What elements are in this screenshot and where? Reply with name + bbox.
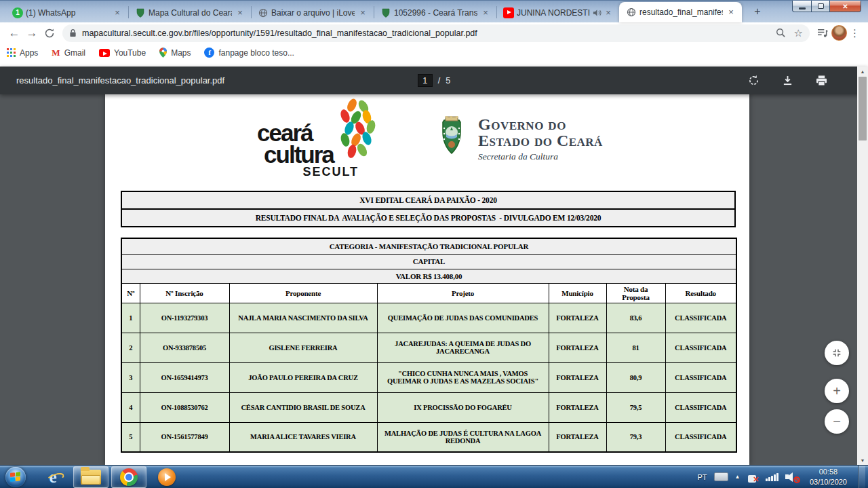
back-button[interactable]: ← [5,24,23,42]
cell-inscricao: ON-1561577849 [140,422,229,452]
cell-municipio: FORTALEZA [549,392,606,422]
maps-pin-icon [159,48,167,58]
hidden-icons-arrow[interactable]: ▲ [735,474,741,480]
print-icon[interactable] [816,75,827,86]
tab-title: resultado_final_manifest [639,7,723,17]
tab-ilovepdf[interactable]: Baixar o arquivo | iLoveP × [251,3,374,22]
fit-page-button[interactable] [825,341,849,365]
tab-whatsapp[interactable]: 1 (1) WhatsApp × [5,3,128,22]
tab-youtube[interactable]: JUNINA NORDESTIN × [496,3,619,22]
bookmark-apps[interactable]: Apps [7,48,38,58]
show-desktop-button[interactable] [858,466,865,488]
folder-icon [81,470,101,485]
page-total: 5 [446,76,450,86]
reload-button[interactable] [41,24,58,42]
tab-resultado-pdf-active[interactable]: resultado_final_manifest × [619,2,742,22]
new-tab-button[interactable]: + [748,5,767,20]
cell-projeto: MALHAÇÃO DE JUDAS É CULTURA NA LAGOA RED… [377,422,549,452]
scrollbar-thumb[interactable] [859,77,867,140]
tab-close-icon[interactable]: × [235,7,245,18]
tab-close-icon[interactable]: × [357,7,368,18]
page-number-input[interactable]: 1 [418,74,433,87]
cell-resultado: CLASSIFICADA [665,422,736,452]
scroll-up-icon[interactable]: ▲ [857,67,868,76]
window-controls: ✕ [792,1,861,12]
tab-close-icon[interactable]: × [112,7,123,18]
media-player-icon [158,468,176,486]
cell-inscricao: ON-1088530762 [140,392,229,422]
taskbar-clock[interactable]: 00:58 03/10/2020 [806,467,851,487]
download-icon[interactable] [783,75,793,86]
column-header: Nº [121,283,140,303]
browser-navbar: ← → mapacultural.secult.ce.gov.br/files/… [0,22,868,43]
zoom-out-button[interactable]: − [825,409,849,434]
bookmark-fanpage[interactable]: f fanpage bloco teso... [204,48,294,58]
results-table: CATEGORIA - MANIFESTAÇÃO TRADICIONAL POP… [121,238,737,453]
vertical-scrollbar[interactable]: ▲ ▼ [857,67,868,465]
value-line: VALOR R$ 13.408,00 [121,269,736,283]
bookmark-maps[interactable]: Maps [159,48,191,58]
clock-time: 00:58 [810,467,847,477]
clock-date: 03/10/2020 [810,477,847,487]
profile-avatar[interactable] [831,25,847,41]
cell-inscricao: ON-1193279303 [140,303,229,333]
cell-nota: 83,6 [606,303,665,333]
remove-hardware-icon[interactable]: ✕ [747,472,759,483]
cell-inscricao: ON-1659414973 [140,362,229,392]
close-window-button[interactable]: ✕ [830,1,861,12]
youtube-icon [503,7,514,18]
media-controls-icon[interactable] [814,24,831,42]
audio-playing-icon[interactable] [593,9,601,17]
url-text[interactable]: mapacultural.secult.ce.gov.br/files/oppo… [82,29,770,38]
taskbar-media-player[interactable] [149,466,184,488]
scroll-down-icon[interactable]: ▼ [857,455,868,465]
forward-button[interactable]: → [23,24,41,42]
minimize-icon [799,7,806,10]
minimize-window-button[interactable] [792,1,812,12]
apps-grid-icon [7,48,16,57]
facebook-icon: f [204,48,214,58]
taskbar-internet-explorer[interactable]: e [35,466,71,488]
tab-close-icon[interactable]: × [603,7,614,18]
address-bar[interactable]: mapacultural.secult.ce.gov.br/files/oppo… [62,24,810,42]
lock-icon[interactable] [69,29,77,37]
keyboard-icon[interactable] [714,472,728,481]
maximize-window-button[interactable] [812,1,830,12]
document-body: XVI EDITAL CEARÁ DA PAIXÃO - 2020 RESULT… [121,191,734,453]
globe-icon [626,7,637,18]
tab-close-icon[interactable]: × [726,7,736,18]
chrome-icon [120,468,138,486]
page-separator: / [438,76,440,86]
bookmark-star-icon[interactable]: ☆ [794,27,803,39]
cell-proponente: GISLENE FERREIRA [229,333,377,362]
cell-resultado: CLASSIFICADA [665,333,736,362]
pdf-content-area[interactable]: ceará cultura SECULT [0,94,868,465]
zoom-in-button[interactable]: + [825,379,849,403]
maximize-icon [818,3,824,9]
bookmark-youtube[interactable]: YouTube [99,48,146,58]
table-row: 3 ON-1659414973 JOÃO PAULO PEREIRA DA CR… [121,362,736,392]
taskbar-file-explorer[interactable] [73,466,108,488]
network-signal-icon[interactable] [766,472,778,481]
ceara-shield-icon [380,7,391,18]
tab-title: Baixar o arquivo | iLoveP [271,8,355,18]
tab-title: JUNINA NORDESTIN [517,8,590,18]
whatsapp-notification-icon: 1 [12,7,23,18]
browser-menu-icon[interactable]: ⋮ [847,27,863,39]
language-indicator[interactable]: PT [697,473,707,481]
zoom-page-icon[interactable] [776,28,786,38]
cell-proponente: MARIA ALICE TAVARES VIEIRA [229,422,377,452]
bookmark-gmail[interactable]: M Gmail [52,48,85,58]
tab-close-icon[interactable]: × [480,7,491,18]
column-header: Proponente [229,283,377,303]
column-header: Nº Inscrição [140,283,229,303]
pdf-toolbar: resultado_final_manifestacao_tradicional… [0,67,868,94]
youtube-icon [99,49,110,57]
start-button[interactable] [5,467,26,487]
volume-muted-icon[interactable] [785,472,799,483]
tab-title: Mapa Cultural do Ceará [149,8,232,18]
tab-mapa-cultural[interactable]: Mapa Cultural do Ceará × [128,3,251,22]
tab-ceara-transparente[interactable]: 1052996 - Ceará Transpa × [374,3,496,22]
rotate-icon[interactable] [748,75,760,86]
taskbar-chrome[interactable] [111,466,146,488]
